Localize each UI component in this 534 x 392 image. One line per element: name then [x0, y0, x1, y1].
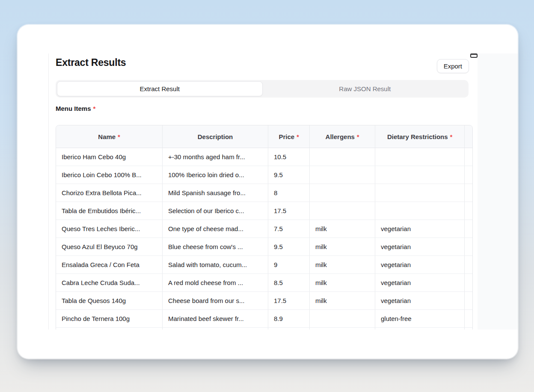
cell-stub	[464, 184, 472, 202]
cell-description: A red mold cheese from ...	[162, 274, 268, 292]
cell-allergens	[309, 184, 375, 202]
cell-name: Pincho de Ternera 100g	[56, 310, 162, 328]
cell-name: Queso Tres Leches Iberic...	[56, 220, 162, 238]
scroll-gutter	[477, 53, 518, 330]
cell-stub	[464, 310, 472, 328]
cell-empty	[375, 328, 464, 330]
required-asterisk: *	[297, 134, 299, 140]
table-header-row: Name*DescriptionPrice*Allergens*Dietary …	[56, 125, 472, 148]
cell-price: 9.5	[268, 166, 309, 184]
cell-name: Iberico Ham Cebo 40g	[56, 148, 162, 166]
cell-stub	[464, 220, 472, 238]
cell-allergens: milk	[309, 274, 375, 292]
required-asterisk: *	[93, 105, 96, 112]
column-header-label: Dietary Restrictions	[387, 133, 448, 140]
cell-empty	[162, 328, 268, 330]
cell-description: +-30 months aged ham fr...	[162, 148, 268, 166]
cell-price: 8.5	[268, 274, 309, 292]
cell-stub	[464, 256, 472, 274]
column-header-label: Name	[98, 133, 116, 140]
table-row: Pincho de Ternera 100gMarinated beef ske…	[56, 310, 472, 328]
column-header: Allergens*	[309, 125, 375, 148]
cell-description: Selection of our Iberico c...	[162, 202, 268, 220]
cell-dietary: gluten-free	[375, 310, 464, 328]
table-row: Tabla de Embutidos Ibéric...Selection of…	[56, 202, 472, 220]
column-header: Description	[162, 125, 268, 148]
cell-description: Salad with tomato, cucum...	[162, 256, 268, 274]
tab-bar: Extract Result Raw JSON Result	[56, 80, 469, 98]
cell-stub	[464, 148, 472, 166]
table-row: Queso Azul El Beyuco 70gBlue cheese from…	[56, 238, 472, 256]
cell-stub	[464, 292, 472, 310]
cell-price: 9.5	[268, 238, 309, 256]
column-header-label: Price	[279, 133, 294, 140]
cell-name: Cabra Leche Cruda Suda...	[56, 274, 162, 292]
export-button[interactable]: Export	[437, 59, 469, 73]
cell-stub	[464, 166, 472, 184]
cell-description: Cheese board from our s...	[162, 292, 268, 310]
cell-empty	[464, 328, 472, 330]
cell-price: 9	[268, 256, 309, 274]
cell-dietary	[375, 148, 464, 166]
table-row: Tabla de Quesos 140gCheese board from ou…	[56, 292, 472, 310]
table-row: Chorizo Extra Bellota Pica...Mild Spanis…	[56, 184, 472, 202]
cell-name: Tabla de Embutidos Ibéric...	[56, 202, 162, 220]
cell-description: One type of cheese mad...	[162, 220, 268, 238]
column-header-label: Allergens	[326, 133, 355, 140]
cell-allergens	[309, 166, 375, 184]
cell-stub	[464, 202, 472, 220]
content-viewport: Extract Results Export Extract Result Ra…	[48, 53, 478, 330]
cell-price: 7.5	[268, 220, 309, 238]
cell-dietary: vegetarian	[375, 238, 464, 256]
cell-stub	[464, 238, 472, 256]
cell-description: Blue cheese from cow's ...	[162, 238, 268, 256]
table-row: Iberico Ham Cebo 40g+-30 months aged ham…	[56, 148, 472, 166]
cell-name: Ensalada Greca / Con Feta	[56, 256, 162, 274]
cell-dietary: vegetarian	[375, 220, 464, 238]
cell-dietary: vegetarian	[375, 292, 464, 310]
column-header: Name*	[56, 125, 162, 148]
menu-items-label: Menu Items*	[56, 105, 95, 112]
cell-price: 8	[268, 184, 309, 202]
column-header: Dietary Restrictions*	[375, 125, 464, 148]
cell-allergens: milk	[309, 292, 375, 310]
cell-name: Chorizo Extra Bellota Pica...	[56, 184, 162, 202]
cell-dietary: vegetarian	[375, 274, 464, 292]
cell-description: 100% Iberico loin dried o...	[162, 166, 268, 184]
results-table: Name*DescriptionPrice*Allergens*Dietary …	[56, 125, 473, 330]
tab-extract-result[interactable]: Extract Result	[57, 81, 263, 96]
cell-allergens	[309, 310, 375, 328]
column-header: Price*	[268, 125, 309, 148]
cell-dietary	[375, 202, 464, 220]
table-row: Iberico Loin Cebo 100% B...100% Iberico …	[56, 166, 472, 184]
cell-allergens	[309, 148, 375, 166]
cell-price: 8.9	[268, 310, 309, 328]
cell-name: Tabla de Quesos 140g	[56, 292, 162, 310]
cell-empty	[309, 328, 375, 330]
cell-dietary: vegetarian	[375, 256, 464, 274]
table-wrapper: Name*DescriptionPrice*Allergens*Dietary …	[56, 125, 473, 330]
cell-name: Iberico Loin Cebo 100% B...	[56, 166, 162, 184]
menu-items-label-text: Menu Items	[56, 105, 91, 112]
cell-allergens: milk	[309, 220, 375, 238]
cell-empty	[56, 328, 162, 330]
required-asterisk: *	[357, 134, 359, 140]
cell-allergens: milk	[309, 256, 375, 274]
cell-price: 10.5	[268, 148, 309, 166]
cell-dietary	[375, 166, 464, 184]
cell-name: Queso Azul El Beyuco 70g	[56, 238, 162, 256]
tab-raw-json-result[interactable]: Raw JSON Result	[263, 81, 468, 96]
cell-empty	[268, 328, 309, 330]
cell-stub	[464, 274, 472, 292]
cell-description: Marinated beef skewer fr...	[162, 310, 268, 328]
cell-dietary	[375, 184, 464, 202]
page-background: Extract Results Export Extract Result Ra…	[0, 0, 534, 392]
clipped-toolbar-icon[interactable]	[470, 53, 478, 58]
table-row-partial	[56, 328, 472, 330]
column-header-label: Description	[198, 133, 233, 140]
cell-allergens	[309, 202, 375, 220]
results-card: Extract Results Export Extract Result Ra…	[18, 25, 518, 359]
cell-allergens: milk	[309, 238, 375, 256]
table-row: Queso Tres Leches Iberic...One type of c…	[56, 220, 472, 238]
cell-price: 17.5	[268, 202, 309, 220]
